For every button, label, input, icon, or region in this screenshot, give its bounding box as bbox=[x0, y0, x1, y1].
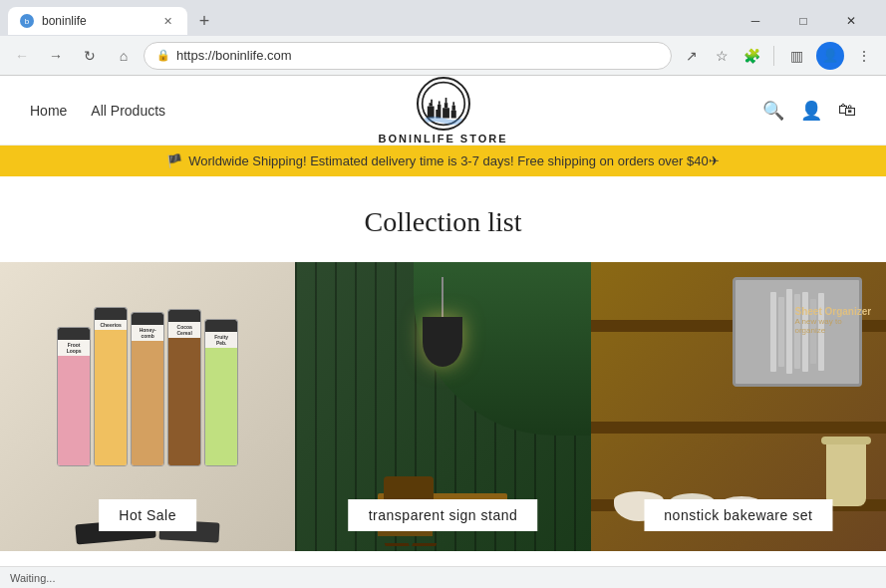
collection-title: Collection list bbox=[0, 206, 886, 238]
account-icon[interactable]: 👤 bbox=[800, 100, 822, 122]
forward-button[interactable]: → bbox=[42, 42, 70, 70]
logo-svg bbox=[421, 81, 466, 127]
search-icon[interactable]: 🔍 bbox=[762, 100, 784, 122]
collection-section: Collection list FrootLoops Cheerios bbox=[0, 176, 886, 571]
status-text: Waiting... bbox=[10, 572, 55, 584]
nav-all-products-link[interactable]: All Products bbox=[91, 103, 165, 119]
nav-home-link[interactable]: Home bbox=[30, 103, 67, 119]
svg-rect-10 bbox=[450, 110, 455, 118]
bookmark-icon[interactable]: ☆ bbox=[708, 42, 736, 70]
extensions-icon[interactable]: 🧩 bbox=[738, 42, 765, 70]
url-display: https://boninlife.com bbox=[176, 48, 659, 63]
svg-rect-8 bbox=[443, 103, 446, 108]
profile-button[interactable]: 👤 bbox=[816, 42, 844, 70]
svg-rect-1 bbox=[427, 106, 434, 118]
status-bar: Waiting... bbox=[0, 566, 886, 588]
svg-rect-3 bbox=[431, 99, 433, 102]
sheet-organizer-text: Sheet Organizer A new way toorganize bbox=[794, 306, 871, 335]
lock-icon: 🔒 bbox=[156, 49, 170, 62]
bakeware-label: nonstick bakeware set bbox=[644, 499, 832, 531]
chair-leg-1 bbox=[382, 536, 410, 546]
jar-5: FruityPeb. bbox=[204, 319, 238, 466]
svg-rect-6 bbox=[438, 101, 440, 104]
svg-rect-5 bbox=[438, 104, 441, 109]
maximize-button[interactable]: □ bbox=[780, 7, 826, 35]
shelf-2 bbox=[591, 422, 886, 434]
logo-circle bbox=[417, 77, 470, 131]
tab-bar: b boninlife ✕ + ─ □ ✕ bbox=[0, 0, 886, 36]
svg-rect-11 bbox=[451, 105, 454, 110]
tab-close-button[interactable]: ✕ bbox=[159, 13, 175, 29]
new-tab-button[interactable]: + bbox=[191, 8, 217, 34]
chair-leg-2 bbox=[412, 536, 440, 546]
site-navigation: Home All Products bbox=[0, 76, 886, 146]
promo-banner: 🏴 Worldwide Shipping! Estimated delivery… bbox=[0, 146, 886, 176]
active-tab[interactable]: b boninlife ✕ bbox=[8, 7, 187, 35]
cart-icon[interactable]: 🛍 bbox=[838, 100, 856, 121]
svg-rect-9 bbox=[444, 98, 446, 103]
promo-text: Worldwide Shipping! Estimated delivery t… bbox=[188, 153, 719, 168]
address-bar[interactable]: 🔒 https://boninlife.com bbox=[144, 42, 672, 70]
sidebar-toggle[interactable]: ▥ bbox=[782, 42, 810, 70]
reload-button[interactable]: ↻ bbox=[76, 42, 104, 70]
logo-text: BONINLIFE STORE bbox=[378, 133, 507, 145]
collection-item-sign-stand[interactable]: transparent sign stand bbox=[295, 262, 590, 551]
site-logo[interactable]: BONINLIFE STORE bbox=[378, 77, 507, 145]
jar-1: FrootLoops bbox=[57, 327, 91, 466]
window-controls: ─ □ ✕ bbox=[733, 7, 878, 35]
home-button[interactable]: ⌂ bbox=[110, 42, 138, 70]
website-content: Home All Products bbox=[0, 76, 886, 588]
collection-item-hot-sale[interactable]: FrootLoops Cheerios Honey-comb bbox=[0, 262, 295, 551]
share-icon[interactable]: ↗ bbox=[678, 42, 706, 70]
menu-icon[interactable]: ⋮ bbox=[850, 42, 878, 70]
nav-left: Home All Products bbox=[30, 103, 165, 119]
close-button[interactable]: ✕ bbox=[828, 7, 874, 35]
jar-3: Honey-comb bbox=[131, 312, 164, 466]
sign-stand-label: transparent sign stand bbox=[349, 499, 538, 531]
collection-grid: FrootLoops Cheerios Honey-comb bbox=[0, 262, 886, 551]
collection-item-bakeware[interactable]: Sheet Organizer A new way toorganize bbox=[591, 262, 886, 551]
hot-sale-label: Hot Sale bbox=[99, 499, 196, 531]
back-button[interactable]: ← bbox=[8, 42, 36, 70]
svg-rect-12 bbox=[452, 102, 454, 105]
tab-favicon: b bbox=[20, 14, 34, 28]
toolbar-icons: ↗ ☆ 🧩 bbox=[678, 42, 765, 70]
light-fixture bbox=[423, 277, 462, 367]
nav-right: 🔍 👤 🛍 bbox=[762, 100, 856, 122]
toolbar-separator bbox=[773, 46, 774, 66]
toolbar: ← → ↻ ⌂ 🔒 https://boninlife.com ↗ ☆ 🧩 ▥ … bbox=[0, 36, 886, 76]
jar-4: CocoaCereal bbox=[167, 309, 201, 466]
minimize-button[interactable]: ─ bbox=[733, 7, 778, 35]
tab-title: boninlife bbox=[42, 14, 151, 28]
svg-rect-2 bbox=[429, 103, 432, 106]
svg-rect-7 bbox=[443, 108, 449, 118]
browser-chrome: b boninlife ✕ + ─ □ ✕ ← → ↻ ⌂ 🔒 https://… bbox=[0, 0, 886, 76]
promo-flag-icon: 🏴 bbox=[166, 153, 182, 168]
sheet-organizer-subtext: A new way toorganize bbox=[794, 317, 871, 335]
jar-2: Cheerios bbox=[94, 307, 128, 466]
